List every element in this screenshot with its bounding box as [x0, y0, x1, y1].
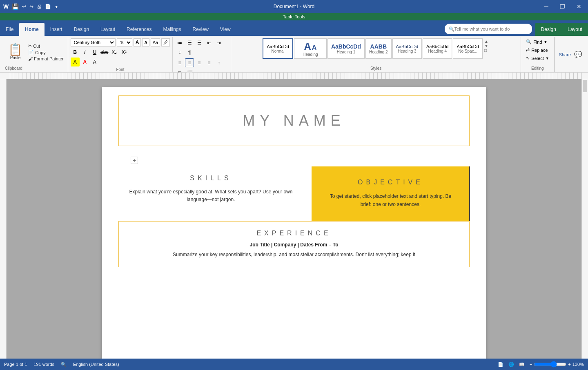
- expand-styles-icon[interactable]: □: [484, 48, 488, 53]
- style-heading3[interactable]: AaBbCcDd Heading 3: [392, 38, 422, 59]
- multilevel-button[interactable]: ☰: [195, 38, 204, 47]
- align-left-button[interactable]: ≡: [175, 58, 184, 67]
- tab-file[interactable]: File: [0, 23, 19, 36]
- scroll-area[interactable]: MY NAME + SKILLS Explain what you're esp…: [7, 79, 581, 359]
- bullets-button[interactable]: ≔: [175, 38, 184, 47]
- save-as-icon[interactable]: 📄: [45, 4, 51, 9]
- scroll-down-icon[interactable]: ▼: [484, 44, 488, 48]
- view-normal-icon[interactable]: 📄: [498, 362, 503, 367]
- content-table: SKILLS Explain what you're especially go…: [118, 166, 470, 221]
- restore-button[interactable]: ❐: [557, 0, 568, 13]
- style-h4-label: Heading 4: [428, 49, 447, 53]
- find-icon: 🔍: [526, 39, 532, 44]
- font-shrink-button[interactable]: A: [142, 38, 149, 47]
- align-center-button[interactable]: ≡: [185, 58, 194, 67]
- undo-icon[interactable]: ↩: [22, 4, 26, 9]
- tab-references[interactable]: References: [121, 23, 157, 36]
- subscript-button[interactable]: X₂: [110, 48, 119, 57]
- strikethrough-button[interactable]: abc: [100, 48, 109, 57]
- tab-design[interactable]: Design: [68, 23, 95, 36]
- align-right-button[interactable]: ≡: [195, 58, 204, 67]
- tell-me-input[interactable]: [454, 27, 528, 31]
- line-spacing-button[interactable]: ↕: [214, 58, 223, 67]
- experience-section[interactable]: EXPERIENCE Job Title | Company | Dates F…: [118, 221, 470, 267]
- clear-format-button[interactable]: 🖊: [161, 38, 170, 47]
- font-size-select[interactable]: 10: [117, 38, 132, 47]
- objective-body[interactable]: To get started, click placeholder text a…: [324, 192, 457, 209]
- my-name-text[interactable]: MY NAME: [243, 112, 345, 129]
- zoom-in-button[interactable]: +: [568, 362, 570, 367]
- tab-table-layout[interactable]: Layout: [562, 23, 588, 36]
- close-button[interactable]: ✕: [573, 0, 585, 13]
- font-grow-button[interactable]: A: [134, 38, 141, 47]
- scrollbar-thumb[interactable]: [583, 80, 587, 92]
- italic-button[interactable]: I: [80, 48, 89, 57]
- show-hide-button[interactable]: ¶: [185, 48, 194, 57]
- sort-button[interactable]: ↕: [175, 48, 184, 57]
- style-heading2[interactable]: AABB Heading 2: [365, 38, 392, 59]
- view-read-icon[interactable]: 📖: [519, 362, 525, 367]
- superscript-button[interactable]: X²: [120, 48, 129, 57]
- font-family-select[interactable]: Century Gothi: [71, 38, 116, 47]
- tab-home[interactable]: Home: [19, 23, 44, 36]
- style-normal[interactable]: AaBbCcDd Normal: [263, 38, 293, 59]
- font-case-button[interactable]: Aa: [151, 38, 160, 47]
- tab-mailings[interactable]: Mailings: [157, 23, 187, 36]
- save-icon[interactable]: 💾: [12, 3, 19, 10]
- table-tools-label: Table Tools: [283, 14, 305, 19]
- add-row-button[interactable]: +: [131, 157, 138, 164]
- numbering-button[interactable]: ☰: [185, 38, 194, 47]
- customize-icon[interactable]: ▼: [54, 4, 58, 9]
- style-nospacing[interactable]: AaBbCcDd No Spac...: [453, 38, 482, 59]
- style-heading1[interactable]: AaBbCcDd Heading 1: [327, 38, 365, 59]
- skills-column[interactable]: SKILLS Explain what you're especially go…: [118, 166, 312, 221]
- tab-insert[interactable]: Insert: [45, 23, 68, 36]
- style-heading-aa[interactable]: A A Heading: [294, 38, 327, 59]
- justify-button[interactable]: ≡: [205, 58, 214, 67]
- title-bar: W 💾 ↩ ↪ 🖨 📄 ▼ Document1 - Word ─ ❐ ✕: [0, 0, 588, 13]
- proofing-icon[interactable]: 🔍: [61, 362, 67, 367]
- underline-button[interactable]: U: [90, 48, 99, 57]
- replace-button[interactable]: ⇄ Replace: [523, 47, 550, 53]
- zoom-slider-input[interactable]: [534, 361, 566, 368]
- tell-me-icon: 🔍: [449, 27, 454, 32]
- job-title-line[interactable]: Job Title | Company | Dates From – To: [131, 242, 457, 248]
- minimize-button[interactable]: ─: [541, 0, 552, 13]
- shading-button[interactable]: A: [90, 58, 99, 66]
- increase-indent-button[interactable]: ⇥: [214, 38, 223, 47]
- objective-column[interactable]: OBJECTIVE To get started, click placehol…: [312, 166, 470, 221]
- job-description[interactable]: Summarize your key responsibilities, lea…: [131, 251, 457, 259]
- find-button[interactable]: 🔍 Find ▼: [523, 38, 550, 45]
- skills-body[interactable]: Explain what you're especially good at. …: [122, 188, 299, 204]
- paste-button[interactable]: 📋 Paste: [5, 43, 26, 61]
- zoom-level[interactable]: 130%: [572, 362, 584, 367]
- language-info[interactable]: English (United States): [73, 362, 119, 367]
- experience-title: EXPERIENCE: [131, 230, 457, 237]
- tab-review[interactable]: Review: [187, 23, 214, 36]
- format-painter-button[interactable]: 🖌 Format Painter: [27, 56, 65, 62]
- cut-button[interactable]: ✂ Cut: [27, 43, 65, 49]
- ruler: [0, 73, 588, 79]
- name-section[interactable]: MY NAME: [118, 95, 470, 146]
- copy-button[interactable]: 📄 Copy: [27, 49, 65, 55]
- styles-scroll[interactable]: ▲ ▼ □: [483, 38, 489, 65]
- style-h1-preview: AaBbCcDd: [331, 43, 361, 50]
- redo-icon[interactable]: ↪: [29, 4, 33, 9]
- font-color-button[interactable]: A: [80, 58, 89, 66]
- bold-button[interactable]: B: [71, 48, 80, 57]
- style-heading4[interactable]: AaBbCcDd Heading 4: [423, 38, 452, 59]
- zoom-out-button[interactable]: −: [530, 362, 532, 367]
- tab-view[interactable]: View: [214, 23, 236, 36]
- status-bar-right: 📄 🌐 📖 − + 130%: [498, 361, 584, 368]
- tab-layout[interactable]: Layout: [95, 23, 121, 36]
- select-button[interactable]: ↖ Select ▼: [523, 55, 552, 62]
- text-highlight-button[interactable]: A: [71, 58, 80, 66]
- tab-table-design[interactable]: Design: [535, 23, 562, 36]
- share-button[interactable]: Share: [559, 52, 571, 57]
- comment-icon[interactable]: 💬: [574, 51, 582, 58]
- decrease-indent-button[interactable]: ⇤: [205, 38, 214, 47]
- right-scrollbar[interactable]: [581, 79, 588, 359]
- print-preview-icon[interactable]: 🖨: [37, 4, 42, 9]
- scroll-up-icon[interactable]: ▲: [484, 39, 488, 44]
- view-web-icon[interactable]: 🌐: [508, 362, 514, 367]
